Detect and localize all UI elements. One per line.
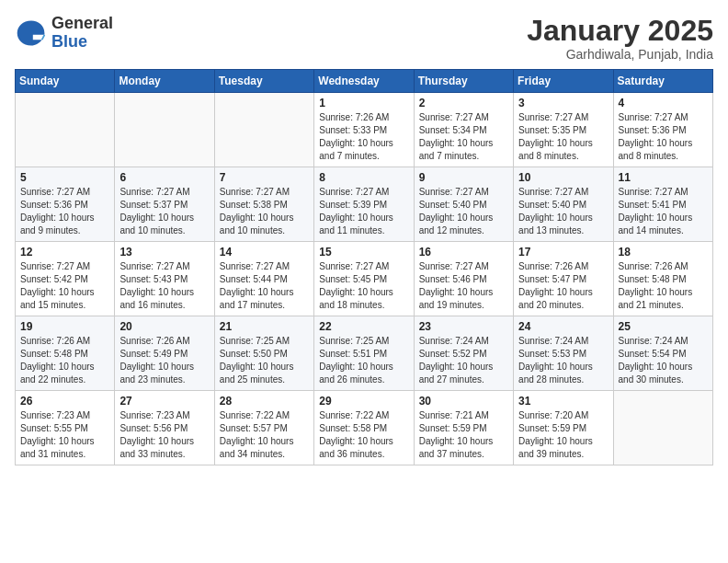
calendar-cell: 19Sunrise: 7:26 AM Sunset: 5:48 PM Dayli… [16,316,115,391]
weekday-header-tuesday: Tuesday [214,70,313,93]
day-number: 4 [619,97,708,109]
day-number: 16 [419,246,508,259]
calendar-week-row: 5Sunrise: 7:27 AM Sunset: 5:36 PM Daylig… [16,167,713,242]
day-info: Sunrise: 7:26 AM Sunset: 5:48 PM Dayligh… [619,260,708,312]
day-info: Sunrise: 7:27 AM Sunset: 5:39 PM Dayligh… [319,186,408,237]
weekday-header-row: SundayMondayTuesdayWednesdayThursdayFrid… [16,70,713,93]
day-number: 12 [20,246,109,259]
day-info: Sunrise: 7:25 AM Sunset: 5:51 PM Dayligh… [319,335,408,386]
calendar-cell: 7Sunrise: 7:27 AM Sunset: 5:38 PM Daylig… [214,167,313,242]
day-info: Sunrise: 7:23 AM Sunset: 5:55 PM Dayligh… [20,409,109,461]
logo-text: General Blue [51,15,113,52]
day-number: 25 [619,320,708,333]
day-number: 22 [319,320,408,333]
day-info: Sunrise: 7:27 AM Sunset: 5:35 PM Dayligh… [518,111,608,163]
day-number: 6 [119,171,209,184]
day-number: 19 [20,320,109,333]
calendar-cell: 29Sunrise: 7:22 AM Sunset: 5:58 PM Dayli… [314,391,414,465]
calendar-cell [115,93,214,167]
calendar-cell: 21Sunrise: 7:25 AM Sunset: 5:50 PM Dayli… [214,316,313,391]
day-info: Sunrise: 7:27 AM Sunset: 5:45 PM Dayligh… [319,260,408,312]
weekday-header-thursday: Thursday [414,70,513,93]
day-info: Sunrise: 7:20 AM Sunset: 5:59 PM Dayligh… [518,409,608,461]
day-info: Sunrise: 7:26 AM Sunset: 5:48 PM Dayligh… [20,335,109,386]
weekday-header-saturday: Saturday [613,70,712,93]
calendar-cell: 23Sunrise: 7:24 AM Sunset: 5:52 PM Dayli… [414,316,513,391]
calendar-table: SundayMondayTuesdayWednesdayThursdayFrid… [15,69,713,465]
calendar-cell [613,391,712,465]
day-info: Sunrise: 7:22 AM Sunset: 5:57 PM Dayligh… [220,409,309,461]
calendar-cell: 2Sunrise: 7:27 AM Sunset: 5:34 PM Daylig… [414,93,513,167]
calendar-cell: 22Sunrise: 7:25 AM Sunset: 5:51 PM Dayli… [314,316,414,391]
logo-icon [15,17,48,50]
day-info: Sunrise: 7:27 AM Sunset: 5:40 PM Dayligh… [518,186,608,237]
day-number: 3 [518,97,608,109]
day-info: Sunrise: 7:23 AM Sunset: 5:56 PM Dayligh… [119,409,209,461]
calendar-cell: 30Sunrise: 7:21 AM Sunset: 5:59 PM Dayli… [414,391,513,465]
calendar-cell: 10Sunrise: 7:27 AM Sunset: 5:40 PM Dayli… [514,167,613,242]
day-number: 29 [319,395,408,408]
day-info: Sunrise: 7:26 AM Sunset: 5:33 PM Dayligh… [319,111,408,163]
calendar-cell: 20Sunrise: 7:26 AM Sunset: 5:49 PM Dayli… [115,316,214,391]
day-number: 17 [518,246,608,259]
calendar-week-row: 1Sunrise: 7:26 AM Sunset: 5:33 PM Daylig… [16,93,713,167]
day-info: Sunrise: 7:27 AM Sunset: 5:46 PM Dayligh… [419,260,508,312]
calendar-cell: 17Sunrise: 7:26 AM Sunset: 5:47 PM Dayli… [514,242,613,316]
calendar-week-row: 26Sunrise: 7:23 AM Sunset: 5:55 PM Dayli… [16,391,713,465]
calendar-cell: 3Sunrise: 7:27 AM Sunset: 5:35 PM Daylig… [514,93,613,167]
day-number: 23 [419,320,508,333]
title-block: January 2025 Garhdiwala, Punjab, India [527,15,713,62]
calendar-cell: 14Sunrise: 7:27 AM Sunset: 5:44 PM Dayli… [214,242,313,316]
day-info: Sunrise: 7:27 AM Sunset: 5:36 PM Dayligh… [20,186,109,237]
calendar-cell: 1Sunrise: 7:26 AM Sunset: 5:33 PM Daylig… [314,93,414,167]
day-info: Sunrise: 7:27 AM Sunset: 5:44 PM Dayligh… [220,260,309,312]
day-number: 21 [220,320,309,333]
day-number: 10 [518,171,608,184]
day-info: Sunrise: 7:27 AM Sunset: 5:37 PM Dayligh… [119,186,209,237]
calendar-cell: 6Sunrise: 7:27 AM Sunset: 5:37 PM Daylig… [115,167,214,242]
day-number: 5 [20,171,109,184]
day-number: 8 [319,171,408,184]
calendar-cell: 15Sunrise: 7:27 AM Sunset: 5:45 PM Dayli… [314,242,414,316]
day-info: Sunrise: 7:22 AM Sunset: 5:58 PM Dayligh… [319,409,408,461]
day-info: Sunrise: 7:27 AM Sunset: 5:41 PM Dayligh… [619,186,708,237]
location-subtitle: Garhdiwala, Punjab, India [527,47,713,62]
calendar-cell: 28Sunrise: 7:22 AM Sunset: 5:57 PM Dayli… [214,391,313,465]
day-info: Sunrise: 7:26 AM Sunset: 5:47 PM Dayligh… [518,260,608,312]
day-number: 9 [419,171,508,184]
day-number: 30 [419,395,508,408]
weekday-header-sunday: Sunday [16,70,115,93]
day-info: Sunrise: 7:27 AM Sunset: 5:42 PM Dayligh… [20,260,109,312]
day-number: 14 [220,246,309,259]
day-number: 20 [119,320,209,333]
day-info: Sunrise: 7:24 AM Sunset: 5:52 PM Dayligh… [419,335,508,386]
day-number: 31 [518,395,608,408]
logo: General Blue [15,15,113,52]
day-number: 7 [220,171,309,184]
weekday-header-friday: Friday [514,70,613,93]
day-number: 15 [319,246,408,259]
day-number: 1 [319,97,408,109]
calendar-cell: 8Sunrise: 7:27 AM Sunset: 5:39 PM Daylig… [314,167,414,242]
page-header: General Blue January 2025 Garhdiwala, Pu… [15,15,713,62]
day-number: 27 [119,395,209,408]
day-info: Sunrise: 7:24 AM Sunset: 5:53 PM Dayligh… [518,335,608,386]
calendar-cell: 18Sunrise: 7:26 AM Sunset: 5:48 PM Dayli… [613,242,712,316]
calendar-cell: 27Sunrise: 7:23 AM Sunset: 5:56 PM Dayli… [115,391,214,465]
calendar-cell: 11Sunrise: 7:27 AM Sunset: 5:41 PM Dayli… [613,167,712,242]
weekday-header-wednesday: Wednesday [314,70,414,93]
day-info: Sunrise: 7:27 AM Sunset: 5:36 PM Dayligh… [619,111,708,163]
calendar-cell: 25Sunrise: 7:24 AM Sunset: 5:54 PM Dayli… [613,316,712,391]
calendar-week-row: 19Sunrise: 7:26 AM Sunset: 5:48 PM Dayli… [16,316,713,391]
calendar-cell: 12Sunrise: 7:27 AM Sunset: 5:42 PM Dayli… [16,242,115,316]
calendar-week-row: 12Sunrise: 7:27 AM Sunset: 5:42 PM Dayli… [16,242,713,316]
month-title: January 2025 [527,15,713,47]
calendar-cell [16,93,115,167]
calendar-cell: 31Sunrise: 7:20 AM Sunset: 5:59 PM Dayli… [514,391,613,465]
calendar-cell: 4Sunrise: 7:27 AM Sunset: 5:36 PM Daylig… [613,93,712,167]
day-info: Sunrise: 7:27 AM Sunset: 5:34 PM Dayligh… [419,111,508,163]
day-number: 13 [119,246,209,259]
day-number: 28 [220,395,309,408]
day-number: 11 [619,171,708,184]
weekday-header-monday: Monday [115,70,214,93]
